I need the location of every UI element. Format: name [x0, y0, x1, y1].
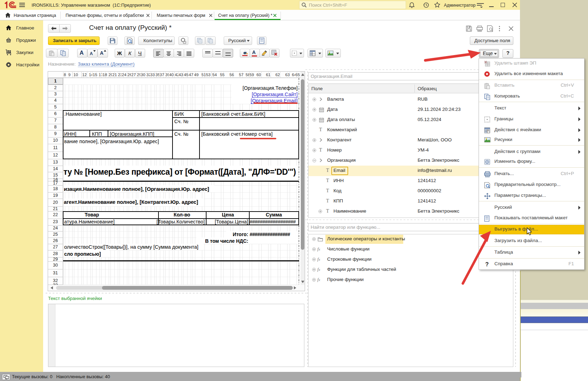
svg-text:R: R: [488, 129, 489, 131]
